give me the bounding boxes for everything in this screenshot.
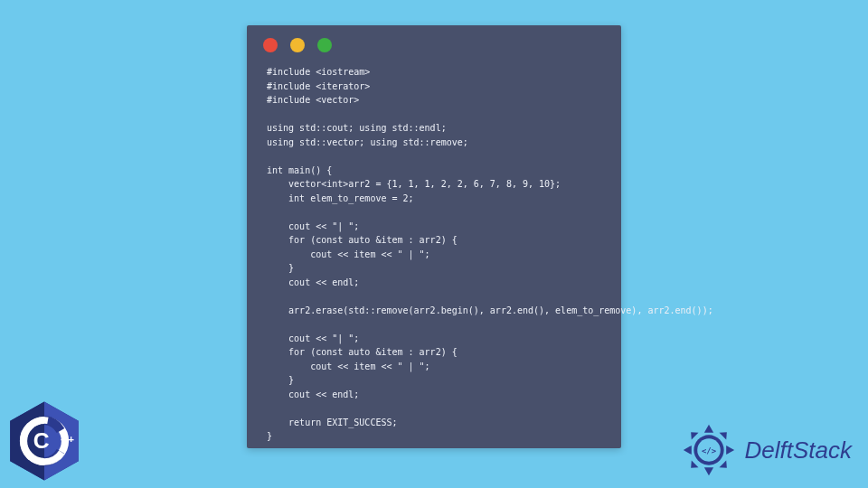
cpp-logo-icon: C + + bbox=[5, 399, 83, 483]
code-body: #include <iostream> #include <iterator> … bbox=[247, 61, 621, 462]
minimize-icon bbox=[290, 38, 305, 52]
brand: </> DelftStack bbox=[680, 421, 853, 479]
svg-text:</>: </> bbox=[701, 446, 715, 455]
traffic-lights bbox=[247, 25, 621, 61]
maximize-icon bbox=[317, 38, 332, 52]
code-window: #include <iostream> #include <iterator> … bbox=[247, 25, 621, 448]
brand-name: DelftStack bbox=[745, 436, 853, 465]
svg-text:+: + bbox=[68, 434, 74, 445]
svg-text:C: C bbox=[33, 428, 50, 453]
brand-seal-icon: </> bbox=[680, 421, 738, 479]
cpp-plus-text: + bbox=[61, 434, 67, 445]
close-icon bbox=[263, 38, 278, 52]
